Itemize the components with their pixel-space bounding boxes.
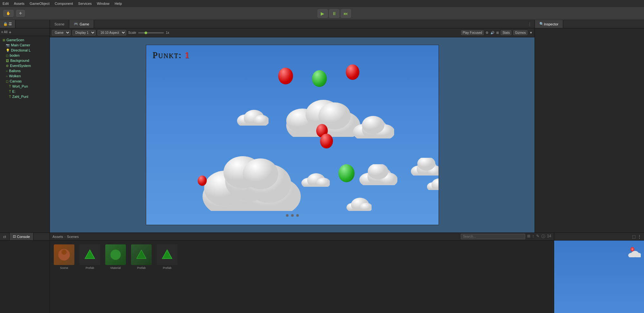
hier-icon-eventsystem: ⚙ [6,64,9,68]
stats-button[interactable]: Stats [501,30,511,35]
menu-services[interactable]: Services [78,2,92,5]
hier-wortpun[interactable]: T Wort_Pun [0,84,50,89]
hier-label-gamescene: GameScen [6,38,24,42]
asset-item-2[interactable]: Prefab [78,243,101,271]
menu-gameobject[interactable]: GameObject [30,2,50,5]
hier-icon-wolken: ○ [6,74,8,78]
hier-label-wolken: Wolken [9,74,21,78]
inspector-panel: 🔍 Inspector [535,20,644,232]
cloud-bottom-left [201,155,301,211]
hier-label-background: Background [10,59,29,62]
step-button[interactable]: ⏭ [341,9,351,18]
grid-icon[interactable]: ⊞ [496,31,499,34]
hier-icon-ballons: ○ [6,69,8,73]
bottom-tab-ct[interactable]: ct [0,233,10,240]
gizmos-button[interactable]: Gizmos [513,30,527,35]
view-options-icon[interactable]: ⋮ [527,22,532,27]
svg-point-41 [110,250,121,260]
scene-tab[interactable]: Scene [50,20,69,28]
assets-search-input[interactable] [461,234,525,239]
breadcrumb-assets[interactable]: Assets [52,235,63,239]
svg-point-20 [243,158,278,189]
menu-help[interactable]: Help [115,2,122,5]
hier-zahlpunl[interactable]: T Zahl_Punl [0,94,50,99]
game-tab[interactable]: 🎮 Game [69,20,94,28]
menu-assets[interactable]: Assets [14,2,24,5]
game-viewport[interactable]: Punkt: 1 [50,37,535,232]
menu-window[interactable]: Window [97,2,109,5]
breadcrumb-scenes[interactable]: Scenes [67,235,79,239]
assets-icon1[interactable]: ⊞ [527,234,530,239]
hier-label-boden: boden [10,53,20,57]
play-button[interactable]: ▶ [317,9,328,18]
hier-background[interactable]: 🖼 Background [0,58,50,63]
pause-button[interactable]: ⏸ [329,9,339,18]
inspector-tab[interactable]: 🔍 Inspector [535,20,563,28]
cloud-far-right2 [426,177,439,190]
scale-label: Scale [128,31,136,34]
hier-eventsystem[interactable]: ⚙ EventSystem [0,63,50,68]
hier-icon-canvas: ◻ [6,80,8,83]
view-tabs: Scene 🎮 Game ⋮ [50,20,535,28]
inspector-icon: 🔍 [539,22,544,26]
hier-icon-directional: 💡 [6,49,10,52]
minimap-toolbar: ⬚ ⋮ [554,233,644,241]
game-dropdown[interactable]: Game [52,30,71,35]
hier-ballons[interactable]: ○ Ballons [0,68,50,73]
hierarchy-toolbar: ≡ All + [0,28,50,36]
hier-icon-gamescene: ⊞ [3,38,5,42]
bottom-center-panel: Assets › Scenes ⊞ ↑ ✎ ⓘ 14 [50,233,554,313]
hier-wolken[interactable]: ○ Wolken [0,73,50,79]
hier-directional[interactable]: 💡 Directional L [0,48,50,53]
aspect-dropdown[interactable]: 16:10 Aspect [98,30,126,35]
move-tool-button[interactable]: ✛ [16,10,25,17]
main-layout: 🔒 · ☰ ≡ All + ⊞ GameScen 📷 Main Camer 💡 … [0,20,644,232]
asset-thumb-2 [80,244,100,265]
menu-edit[interactable]: Edit [3,2,9,5]
assets-icon3[interactable]: ✎ [536,234,539,239]
menu-component[interactable]: Component [55,2,73,5]
assets-icon2[interactable]: ↑ [532,234,534,239]
gizmos-chevron-icon[interactable]: ▼ [529,31,533,34]
asset-thumb-4 [131,244,152,265]
balloon-green-top [312,70,327,87]
hier-canvas[interactable]: ◻ Canvas [0,79,50,84]
hierarchy-tabs: 🔒 · ☰ [0,20,50,28]
cloud-small-left [236,108,269,126]
hier-icon-maincamera: 📷 [6,43,10,47]
bottom-tab-console[interactable]: ⊡ Console [10,233,33,240]
gear-icon[interactable]: ⚙ [486,31,488,34]
breadcrumb-separator: › [64,235,66,239]
balloon-green-mid [338,164,355,182]
asset-item-5[interactable]: Prefab [156,243,179,271]
hier-gamescene[interactable]: ⊞ GameScen [0,37,50,43]
assets-search-area: ⊞ ↑ ✎ ⓘ 14 [461,232,551,241]
scale-slider[interactable] [138,32,164,33]
asset-item-3[interactable]: Material [104,243,127,271]
hier-maincamera[interactable]: 📷 Main Camer [0,43,50,48]
asset-item-1[interactable]: Scene [52,243,76,271]
cloud-bottom-center [301,171,330,187]
hier-e[interactable]: T E: [0,89,50,94]
mute-icon[interactable]: 🔊 [490,31,494,34]
hier-boden[interactable]: ◻ boden [0,53,50,58]
assets-toolbar-icons: ⊞ ↑ ✎ ⓘ 14 [527,234,551,239]
display-dropdown[interactable]: Display 1 [72,30,96,35]
svg-point-39 [62,250,67,255]
hand-tool-button[interactable]: ✋ [3,10,14,17]
main-toolbar: ✋ ✛ ▶ ⏸ ⏭ [0,7,644,20]
game-dot-1 [286,214,289,217]
minimap-options-icon[interactable]: ⋮ [638,234,641,239]
hierarchy-tab[interactable]: 🔒 · ☰ [0,20,15,28]
game-toolbar: Game Display 1 16:10 Aspect Scale 1x Pla… [50,28,535,37]
assets-icon4[interactable]: ⓘ [541,234,545,239]
game-canvas: Punkt: 1 [146,45,439,225]
asset-item-4[interactable]: Prefab [130,243,153,271]
hier-label-zahlpunl: Zahl_Punl [12,95,28,99]
play-focused-button[interactable]: Play Focused [461,30,484,35]
hier-label-directional: Directional L [11,48,31,52]
bottom-right-panel: ⬚ ⋮ [554,233,644,313]
minimap-collapse-icon[interactable]: ⬚ [632,234,636,239]
hier-label-wortpun: Wort_Pun [12,84,28,88]
hierarchy-add-button[interactable]: + [9,30,11,35]
